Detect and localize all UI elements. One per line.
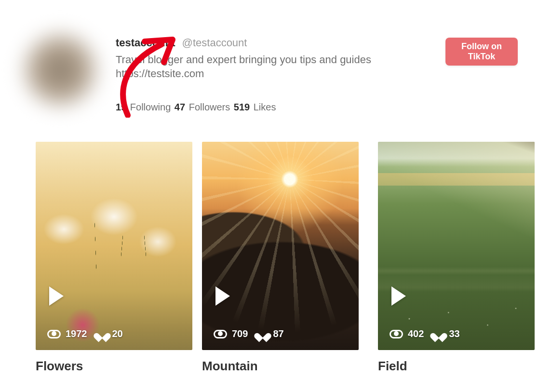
video-meta: 709 87 [214, 328, 284, 339]
likes-count: 20 [112, 328, 123, 339]
video-title: Mountain [202, 359, 359, 374]
video-title: Flowers [36, 359, 192, 374]
video-card[interactable]: 402 33 Field [378, 142, 535, 374]
avatar[interactable] [19, 29, 101, 111]
video-title: Field [378, 359, 535, 374]
likes-stat: 33 [433, 328, 459, 339]
followers-count[interactable]: 47 [175, 102, 185, 112]
following-label: Following [130, 102, 171, 112]
likes-count[interactable]: 519 [234, 102, 250, 112]
eye-icon [47, 330, 61, 338]
video-card[interactable]: 709 87 Mountain [202, 142, 359, 374]
video-thumbnail[interactable]: 1972 20 [36, 142, 192, 350]
followers-label: Followers [189, 102, 230, 112]
video-meta: 402 33 [390, 328, 460, 339]
profile-header: testaccount @testaccount Travel blogger … [0, 0, 538, 113]
views-stat: 709 [214, 328, 248, 339]
heart-icon [433, 329, 444, 339]
views-count: 1972 [66, 328, 87, 339]
video-thumbnail[interactable]: 709 87 [202, 142, 359, 350]
handle[interactable]: @testaccount [182, 37, 247, 49]
bio-url[interactable]: https://testsite.com [116, 67, 519, 81]
bio-text: Travel blogger and expert bringing you t… [116, 54, 371, 66]
views-stat: 402 [390, 328, 424, 339]
profile-stats: 19 Following 47 Followers 519 Likes [116, 102, 519, 113]
video-thumbnail[interactable]: 402 33 [378, 142, 535, 350]
video-meta: 1972 20 [47, 328, 123, 339]
likes-stat: 20 [97, 328, 123, 339]
likes-count: 87 [273, 328, 283, 339]
views-count: 709 [232, 328, 248, 339]
likes-count: 33 [449, 328, 459, 339]
video-feed: 1972 20 Flowers 709 87 [0, 113, 538, 374]
eye-icon [390, 330, 403, 338]
heart-icon [257, 329, 268, 339]
likes-stat: 87 [257, 328, 283, 339]
likes-label: Likes [254, 102, 276, 112]
views-count: 402 [408, 328, 424, 339]
eye-icon [214, 330, 227, 338]
play-icon [49, 286, 64, 306]
play-icon [391, 286, 406, 306]
views-stat: 1972 [47, 328, 87, 339]
heart-icon [97, 329, 108, 339]
display-name[interactable]: testaccount [116, 37, 175, 49]
video-card[interactable]: 1972 20 Flowers [36, 142, 192, 374]
play-icon [215, 286, 230, 306]
follow-button[interactable]: Follow on TikTok [445, 38, 518, 66]
following-count[interactable]: 19 [116, 102, 126, 112]
